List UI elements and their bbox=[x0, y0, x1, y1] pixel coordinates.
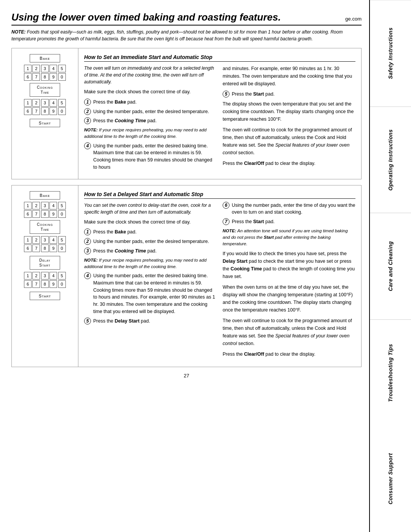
key2-7c[interactable]: 7 bbox=[32, 280, 40, 288]
step2-4: 4 Using the number pads, enter the desir… bbox=[84, 272, 217, 315]
key2-2c[interactable]: 2 bbox=[32, 272, 40, 280]
page-note: NOTE: Foods that spoil easily—such as mi… bbox=[11, 29, 362, 42]
key2-1c[interactable]: 1 bbox=[24, 272, 32, 280]
key-0[interactable]: 0 bbox=[58, 73, 66, 81]
section2-title: How to Set a Delayed Start and Automatic… bbox=[84, 191, 355, 199]
delay-start-button[interactable]: DelayStart bbox=[30, 256, 60, 270]
key-5[interactable]: 5 bbox=[58, 65, 66, 72]
page-title-bar: Using the lower oven timed baking and ro… bbox=[11, 11, 362, 26]
key2-0c[interactable]: 0 bbox=[58, 280, 66, 288]
section1-note-left: NOTE: If your recipe requires preheating… bbox=[84, 127, 217, 140]
key2-0[interactable]: 0 bbox=[58, 210, 66, 218]
key2-5c[interactable]: 5 bbox=[58, 272, 66, 280]
key2-9b[interactable]: 9 bbox=[49, 244, 57, 252]
step2-num-6: 6 bbox=[223, 202, 229, 209]
key2-3b[interactable]: 3 bbox=[41, 236, 49, 244]
section2-check-times: If you would like to check the times you… bbox=[223, 250, 355, 280]
oven-panel-1: Bake 1 2 3 4 5 6 7 8 9 0 CookingTime 1 2 bbox=[12, 48, 78, 179]
key-6b[interactable]: 6 bbox=[24, 107, 32, 115]
key2-8c[interactable]: 8 bbox=[41, 280, 49, 288]
note-label: NOTE: bbox=[11, 29, 25, 35]
key-9[interactable]: 9 bbox=[49, 73, 57, 81]
key-5b[interactable]: 5 bbox=[58, 99, 66, 107]
sidebar-consumer: Consumer Support bbox=[370, 426, 411, 532]
key2-3c[interactable]: 3 bbox=[41, 272, 49, 280]
key-0b[interactable]: 0 bbox=[58, 107, 66, 115]
page-wrapper: Using the lower oven timed baking and ro… bbox=[0, 0, 411, 532]
key2-3[interactable]: 3 bbox=[41, 202, 49, 209]
key-4b[interactable]: 4 bbox=[49, 99, 57, 107]
key2-7[interactable]: 7 bbox=[32, 210, 40, 218]
step2-num-3: 3 bbox=[84, 248, 91, 254]
page-title: Using the lower oven timed baking and ro… bbox=[11, 11, 281, 23]
key2-2b[interactable]: 2 bbox=[32, 236, 40, 244]
key-2b[interactable]: 2 bbox=[32, 99, 40, 107]
step2-3: 3 Press the Cooking Time pad. bbox=[84, 248, 217, 255]
start-button-2[interactable]: Start bbox=[30, 292, 60, 300]
step2-num-2: 2 bbox=[84, 238, 91, 245]
step-num-4: 4 bbox=[84, 142, 91, 149]
right-sidebar: Safety Instructions Operating Instructio… bbox=[369, 0, 411, 532]
key2-6[interactable]: 6 bbox=[24, 210, 32, 218]
page-number: 27 bbox=[11, 373, 362, 379]
section1-and-minutes: and minutes. For example, enter 90 minut… bbox=[223, 65, 355, 88]
section2-note-left: NOTE: If your recipe requires preheating… bbox=[84, 257, 217, 270]
key2-1[interactable]: 1 bbox=[24, 202, 32, 209]
step-text-4: Using the number pads, enter the desired… bbox=[93, 142, 217, 171]
key2-2[interactable]: 2 bbox=[32, 202, 40, 209]
key2-1b[interactable]: 1 bbox=[24, 236, 32, 244]
key-3b[interactable]: 3 bbox=[41, 99, 49, 107]
key2-4[interactable]: 4 bbox=[49, 202, 57, 209]
key2-0b[interactable]: 0 bbox=[58, 244, 66, 252]
section1-intro: The oven will turn on immediately and co… bbox=[84, 65, 217, 85]
cooking-time-button-1[interactable]: CookingTime bbox=[30, 83, 60, 97]
bake-button-2[interactable]: Bake bbox=[30, 191, 60, 200]
key2-5[interactable]: 5 bbox=[58, 202, 66, 209]
section2: Bake 1 2 3 4 5 6 7 8 9 0 CookingTime 1 2 bbox=[11, 185, 362, 367]
key-1b[interactable]: 1 bbox=[24, 99, 32, 107]
step-text-1: Press the Bake pad. bbox=[93, 99, 217, 106]
note-text: Foods that spoil easily—such as milk, eg… bbox=[11, 29, 342, 42]
key-7[interactable]: 7 bbox=[32, 73, 40, 81]
key2-9[interactable]: 9 bbox=[49, 210, 57, 218]
step1-3: 3 Press the Cooking Time pad. bbox=[84, 117, 217, 125]
cooking-time-button-2[interactable]: CookingTime bbox=[30, 220, 60, 234]
key2-9c[interactable]: 9 bbox=[49, 280, 57, 288]
key-6[interactable]: 6 bbox=[24, 73, 32, 81]
step2-text-6: Using the number pads, enter the time of… bbox=[232, 202, 355, 216]
start-button-1[interactable]: Start bbox=[30, 119, 60, 127]
key2-4b[interactable]: 4 bbox=[49, 236, 57, 244]
key2-8[interactable]: 8 bbox=[41, 210, 49, 218]
key-3[interactable]: 3 bbox=[41, 65, 49, 72]
key-9b[interactable]: 9 bbox=[49, 107, 57, 115]
section2-when-oven: When the oven turns on at the time of da… bbox=[223, 283, 355, 314]
key-4[interactable]: 4 bbox=[49, 65, 57, 72]
step2-2: 2 Using the number pads, enter the desir… bbox=[84, 238, 217, 245]
section1-cols: The oven will turn on immediately and co… bbox=[84, 65, 355, 173]
section2-col-left: You can set the oven control to delay-st… bbox=[84, 202, 217, 361]
section1-display-text: The display shows the oven temperature t… bbox=[223, 100, 355, 123]
key-8b[interactable]: 8 bbox=[41, 107, 49, 115]
key2-8b[interactable]: 8 bbox=[41, 244, 49, 252]
key2-5b[interactable]: 5 bbox=[58, 236, 66, 244]
section2-content: How to Set a Delayed Start and Automatic… bbox=[78, 185, 361, 367]
section1-content: How to Set an Immediate Start and Automa… bbox=[78, 48, 361, 179]
step2-5: 5 Press the Delay Start pad. bbox=[84, 318, 217, 325]
page-url: ge.com bbox=[345, 16, 362, 22]
bake-button-1[interactable]: Bake bbox=[30, 54, 60, 62]
key-7b[interactable]: 7 bbox=[32, 107, 40, 115]
numpad2-2: 1 2 3 4 5 6 7 8 9 0 bbox=[24, 236, 66, 252]
numpad2-3: 1 2 3 4 5 6 7 8 9 0 bbox=[24, 272, 66, 288]
key-2[interactable]: 2 bbox=[32, 65, 40, 72]
key2-6c[interactable]: 6 bbox=[24, 280, 32, 288]
key2-7b[interactable]: 7 bbox=[32, 244, 40, 252]
oven-panel-2: Bake 1 2 3 4 5 6 7 8 9 0 CookingTime 1 2 bbox=[12, 185, 78, 367]
step2-num-4: 4 bbox=[84, 272, 91, 279]
sidebar-safety: Safety Instructions bbox=[370, 0, 411, 107]
key2-6b[interactable]: 6 bbox=[24, 244, 32, 252]
key-1[interactable]: 1 bbox=[24, 65, 32, 72]
section1-continue-text: The oven will continue to cook for the p… bbox=[223, 126, 355, 157]
key-8[interactable]: 8 bbox=[41, 73, 49, 81]
main-content: Using the lower oven timed baking and ro… bbox=[0, 0, 369, 532]
key2-4c[interactable]: 4 bbox=[49, 272, 57, 280]
